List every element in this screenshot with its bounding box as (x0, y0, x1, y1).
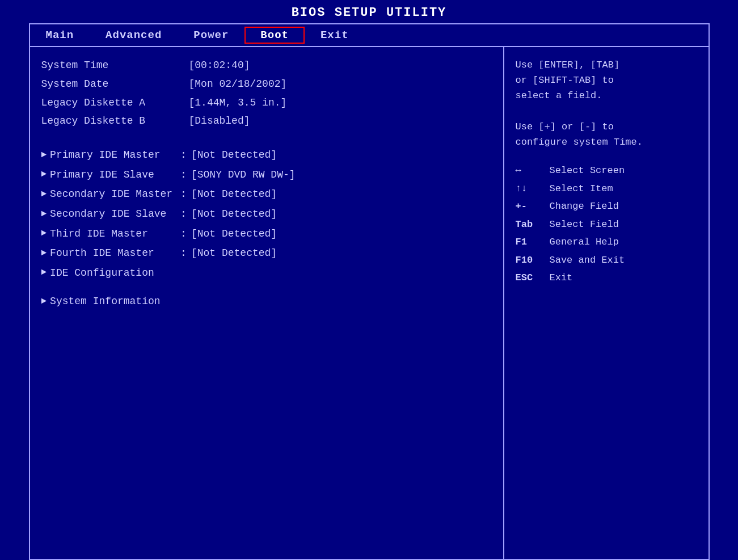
shortcut-change-field: +- Change Field (516, 199, 697, 214)
shortcut-key-1: ↑↓ (516, 182, 550, 196)
menu-bar: Main Advanced Power Boot Exit (29, 23, 710, 46)
shortcut-key-0: ↔ (516, 163, 550, 178)
field-value-diskette-a: [1.44M, 3.5 in.] (189, 95, 287, 111)
field-value-system-date: [Mon 02/18/2002] (189, 76, 287, 92)
shortcut-select-screen: ↔ Select Screen (516, 163, 697, 178)
shortcut-desc-4: General Help (550, 235, 619, 250)
help-line5: Use [+] or [-] to (516, 121, 614, 132)
submenu-value-3: [Not Detected] (191, 205, 277, 223)
help-line1: Use [ENTER], [TAB] (516, 60, 620, 70)
menu-item-power[interactable]: Power (178, 27, 244, 44)
arrow-icon-4: ► (41, 226, 47, 241)
arrow-icon-1: ► (41, 167, 47, 182)
submenu-ide-configuration[interactable]: ► IDE Configuration (41, 264, 492, 282)
submenu-primary-ide-master[interactable]: ► Primary IDE Master : [Not Detected] (41, 146, 492, 164)
field-diskette-b[interactable]: Legacy Diskette B [Disabled] (41, 113, 492, 129)
shortcut-desc-0: Select Screen (550, 163, 625, 178)
shortcut-desc-1: Select Item (550, 182, 613, 196)
field-value-diskette-b: [Disabled] (189, 113, 250, 129)
colon-5: : (180, 245, 187, 262)
arrow-icon-2: ► (41, 187, 47, 202)
submenu-label-4: Third IDE Master (50, 225, 180, 243)
shortcut-select-item: ↑↓ Select Item (516, 182, 697, 196)
shortcut-desc-2: Change Field (550, 199, 619, 214)
submenu-label-0: Primary IDE Master (50, 146, 180, 164)
field-value-system-time: [00:02:40] (189, 57, 250, 74)
help-line2: or [SHIFT-TAB] to (516, 75, 614, 86)
left-panel: System Time [00:02:40] System Date [Mon … (30, 47, 504, 559)
submenu-secondary-ide-slave[interactable]: ► Secondary IDE Slave : [Not Detected] (41, 205, 492, 223)
main-area: System Time [00:02:40] System Date [Mon … (29, 46, 710, 560)
submenu-label-6: IDE Configuration (50, 264, 180, 282)
submenu-third-ide-master[interactable]: ► Third IDE Master : [Not Detected] (41, 225, 492, 243)
field-system-date[interactable]: System Date [Mon 02/18/2002] (41, 76, 492, 92)
arrow-icon-0: ► (41, 148, 47, 163)
submenu-primary-ide-slave[interactable]: ► Primary IDE Slave : [SONY DVD RW DW-] (41, 166, 492, 184)
arrow-icon-3: ► (41, 207, 47, 222)
colon-3: : (180, 205, 187, 223)
field-system-time[interactable]: System Time [00:02:40] (41, 57, 492, 74)
help-line3: select a field. (516, 90, 602, 101)
shortcut-esc-exit: ESC Exit (516, 271, 697, 285)
field-diskette-a[interactable]: Legacy Diskette A [1.44M, 3.5 in.] (41, 95, 492, 111)
shortcut-key-6: ESC (516, 271, 550, 285)
shortcut-section: ↔ Select Screen ↑↓ Select Item +- Change… (516, 163, 697, 285)
submenu-label-7: System Information (50, 293, 180, 310)
colon-4: : (180, 225, 187, 243)
submenu-label-3: Secondary IDE Slave (50, 205, 180, 223)
submenu-fourth-ide-master[interactable]: ► Fourth IDE Master : [Not Detected] (41, 245, 492, 262)
submenu-label-2: Secondary IDE Master (50, 186, 180, 203)
submenu-value-2: [Not Detected] (191, 186, 277, 203)
shortcut-key-4: F1 (516, 235, 550, 250)
shortcut-select-field: Tab Select Field (516, 217, 697, 232)
submenu-value-0: [Not Detected] (191, 146, 277, 164)
colon-0: : (180, 146, 187, 164)
shortcut-general-help: F1 General Help (516, 235, 697, 250)
field-label-system-date: System Date (41, 76, 189, 92)
colon-1: : (180, 166, 187, 184)
menu-item-advanced[interactable]: Advanced (90, 27, 178, 44)
menu-item-exit[interactable]: Exit (305, 27, 365, 44)
field-label-system-time: System Time (41, 57, 189, 74)
shortcut-save-exit: F10 Save and Exit (516, 253, 697, 268)
submenu-label-5: Fourth IDE Master (50, 245, 180, 262)
field-label-diskette-b: Legacy Diskette B (41, 113, 189, 129)
submenu-system-information[interactable]: ► System Information (41, 293, 492, 310)
menu-item-boot[interactable]: Boot (244, 27, 305, 44)
shortcut-desc-5: Save and Exit (550, 253, 625, 268)
submenu-value-5: [Not Detected] (191, 245, 277, 262)
arrow-icon-7: ► (41, 294, 47, 309)
field-label-diskette-a: Legacy Diskette A (41, 95, 189, 111)
shortcut-desc-3: Select Field (550, 217, 619, 232)
right-panel: Use [ENTER], [TAB] or [SHIFT-TAB] to sel… (504, 47, 709, 559)
submenu-value-1: [SONY DVD RW DW-] (191, 166, 296, 184)
colon-2: : (180, 186, 187, 203)
bios-title: BIOS SETUP UTILITY (0, 0, 738, 23)
submenu-value-4: [Not Detected] (191, 225, 277, 243)
help-line6: configure system Time. (516, 137, 643, 148)
shortcut-key-2: +- (516, 199, 550, 214)
arrow-icon-5: ► (41, 246, 47, 261)
shortcut-key-3: Tab (516, 217, 550, 232)
shortcut-key-5: F10 (516, 253, 550, 268)
menu-item-main[interactable]: Main (30, 27, 90, 44)
shortcut-desc-6: Exit (550, 271, 573, 285)
submenu-secondary-ide-master[interactable]: ► Secondary IDE Master : [Not Detected] (41, 186, 492, 203)
help-text: Use [ENTER], [TAB] or [SHIFT-TAB] to sel… (516, 57, 697, 150)
arrow-icon-6: ► (41, 265, 47, 280)
submenu-label-1: Primary IDE Slave (50, 166, 180, 184)
